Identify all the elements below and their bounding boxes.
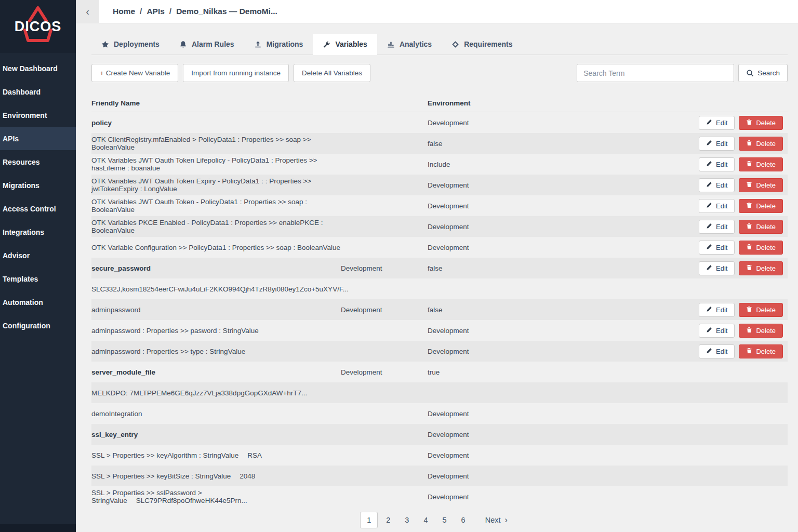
table-body: policyDevelopmentEditDeleteOTK ClientReg… xyxy=(91,112,788,507)
delete-button-label: Delete xyxy=(756,181,776,189)
delete-button[interactable]: Delete xyxy=(739,241,783,255)
delete-button[interactable]: Delete xyxy=(739,157,783,171)
edit-button[interactable]: Edit xyxy=(699,261,735,275)
delete-all-variables-button[interactable]: Delete All Variables xyxy=(294,64,370,82)
delete-button[interactable]: Delete xyxy=(739,324,783,338)
sidebar-item-integrations[interactable]: Integrations xyxy=(0,220,76,244)
sidebar-item-new-dashboard[interactable]: New Dashboard xyxy=(0,57,76,80)
back-button[interactable]: ‹ xyxy=(76,0,99,23)
breadcrumb-item-apis[interactable]: APIs xyxy=(147,7,164,16)
chevron-left-icon: ‹ xyxy=(86,6,89,18)
row-friendly-name: OTK ClientRegistry.mfaEnabled > PolicyDa… xyxy=(91,136,341,151)
next-page-button[interactable]: Next› xyxy=(479,512,514,528)
row-environment: Development xyxy=(428,202,557,210)
sidebar-item-dashboard[interactable]: Dashboard xyxy=(0,80,76,103)
page-2[interactable]: 2 xyxy=(380,512,396,528)
row-friendly-name: OTK Variables JWT Oauth Token Lifepolicy… xyxy=(91,156,341,172)
edit-button-label: Edit xyxy=(716,348,727,355)
pencil-icon xyxy=(706,181,712,189)
row-environment: true xyxy=(428,368,557,376)
import-from-instance-button[interactable]: Import from running instance xyxy=(183,64,289,82)
table-row: SSL > Properties >> keyBitSize : StringV… xyxy=(91,466,788,486)
page-4[interactable]: 4 xyxy=(417,512,434,528)
edit-button[interactable]: Edit xyxy=(699,241,735,255)
table-row: SSL > Properties >> keyAlgorithm : Strin… xyxy=(91,445,788,466)
delete-button[interactable]: Delete xyxy=(739,116,783,130)
search-input[interactable] xyxy=(577,64,734,82)
row-environment: false xyxy=(428,264,557,272)
table-row: server_module_fileDevelopmenttrue xyxy=(91,362,788,382)
search-button[interactable]: Search xyxy=(738,64,788,82)
table-row: OTK Variables PKCE Enabled - PolicyData1… xyxy=(91,216,788,237)
edit-button[interactable]: Edit xyxy=(699,220,735,234)
sidebar-item-access-control[interactable]: Access Control xyxy=(0,197,76,220)
sidebar-item-templates[interactable]: Templates xyxy=(0,267,76,290)
tab-requirements[interactable]: Requirements xyxy=(442,34,522,55)
delete-button[interactable]: Delete xyxy=(739,303,783,317)
row-friendly-name: SSL > Properties >> keyBitSize : StringV… xyxy=(91,472,341,480)
breadcrumb-item-home[interactable]: Home xyxy=(113,7,135,16)
edit-button[interactable]: Edit xyxy=(699,137,735,151)
trash-icon xyxy=(746,119,752,127)
pencil-icon xyxy=(706,264,712,272)
breadcrumb-item-demo-nilkas-demomi[interactable]: Demo_Nilkas — DemoMi... xyxy=(176,7,277,16)
table-row: adminpasswordDevelopmentfalseEditDelete xyxy=(91,299,788,320)
row-value: RSA xyxy=(247,451,262,459)
page-6[interactable]: 6 xyxy=(455,512,472,528)
row-actions: EditDelete xyxy=(557,324,788,338)
edit-button-label: Edit xyxy=(716,181,727,189)
delete-button[interactable]: Delete xyxy=(739,261,783,275)
page-1[interactable]: 1 xyxy=(360,512,378,528)
edit-button[interactable]: Edit xyxy=(699,178,735,192)
delete-button[interactable]: Delete xyxy=(739,137,783,151)
table-row: policyDevelopmentEditDelete xyxy=(91,112,788,133)
breadcrumb: Home/APIs/Demo_Nilkas — DemoMi... xyxy=(99,0,277,23)
sidebar-item-environment[interactable]: Environment xyxy=(0,103,76,127)
edit-button[interactable]: Edit xyxy=(699,116,735,130)
edit-button[interactable]: Edit xyxy=(699,303,735,317)
edit-button[interactable]: Edit xyxy=(699,324,735,338)
tab-bar: DeploymentsAlarm RulesMigrationsVariable… xyxy=(91,34,788,55)
table-row: SLC332J,kosm18254eerCFwiJu4uLiF2KKO994Qj… xyxy=(91,278,788,299)
table-row: ssl_key_entryDevelopment xyxy=(91,424,788,445)
row-actions: EditDelete xyxy=(557,116,788,130)
tab-deployments[interactable]: Deployments xyxy=(91,34,169,55)
row-actions: EditDelete xyxy=(557,303,788,317)
row-actions: EditDelete xyxy=(557,241,788,255)
tab-migrations[interactable]: Migrations xyxy=(244,34,313,55)
row-friendly-name: adminpassword : Properties >> type : Str… xyxy=(91,348,341,355)
edit-button[interactable]: Edit xyxy=(699,157,735,171)
page-5[interactable]: 5 xyxy=(436,512,453,528)
edit-button-label: Edit xyxy=(716,202,727,210)
create-new-variable-button[interactable]: + Create New Variable xyxy=(91,64,178,82)
sidebar-item-configuration[interactable]: Configuration xyxy=(0,314,76,337)
logo: DICOS xyxy=(0,0,76,53)
tab-analytics[interactable]: Analytics xyxy=(377,34,442,55)
sidebar-item-resources[interactable]: Resources xyxy=(0,150,76,174)
page-3[interactable]: 3 xyxy=(398,512,415,528)
row-actions: EditDelete xyxy=(557,261,788,275)
tab-variables[interactable]: Variables xyxy=(313,34,377,55)
table-row: MELKDPO: 7MLTPPEMe6GE6qJzz7VLja338dpgGop… xyxy=(91,382,788,403)
row-friendly-name: ssl_key_entry xyxy=(91,431,341,438)
pencil-icon xyxy=(706,161,712,168)
delete-button[interactable]: Delete xyxy=(739,220,783,234)
upload-icon xyxy=(254,41,262,48)
delete-button[interactable]: Delete xyxy=(739,178,783,192)
sidebar-item-migrations[interactable]: Migrations xyxy=(0,174,76,197)
pencil-icon xyxy=(706,348,712,355)
row-actions: EditDelete xyxy=(557,344,788,358)
table-row: OTK ClientRegistry.mfaEnabled > PolicyDa… xyxy=(91,133,788,154)
sidebar-item-advisor[interactable]: Advisor xyxy=(0,244,76,267)
toolbar: + Create New Variable Import from runnin… xyxy=(91,64,788,82)
row-environment: Development xyxy=(428,327,557,335)
tab-alarm-rules[interactable]: Alarm Rules xyxy=(169,34,244,55)
row-friendly-name: SLC332J,kosm18254eerCFwiJu4uLiF2KKO994Qj… xyxy=(91,285,341,293)
trash-icon xyxy=(746,223,752,231)
sidebar-item-apis[interactable]: APIs xyxy=(0,127,76,150)
edit-button[interactable]: Edit xyxy=(699,199,735,213)
edit-button[interactable]: Edit xyxy=(699,344,735,358)
delete-button[interactable]: Delete xyxy=(739,344,783,358)
sidebar-item-automation[interactable]: Automation xyxy=(0,290,76,314)
delete-button[interactable]: Delete xyxy=(739,199,783,213)
